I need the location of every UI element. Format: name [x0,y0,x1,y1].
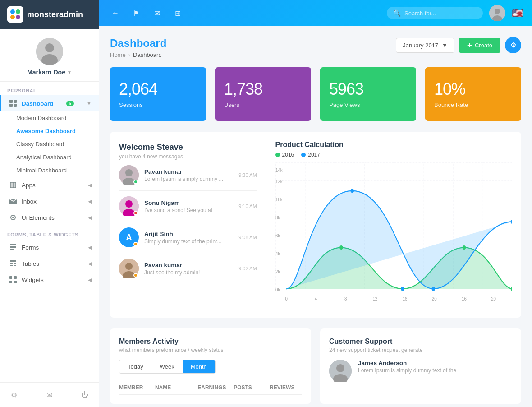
members-activity-title: Members Activity [119,338,302,346]
message-item[interactable]: Pavan kumar Lorem Ipsum is simply dummy … [119,160,257,191]
svg-point-1 [16,9,20,14]
sidebar-item-inbox[interactable]: Inbox ◀ [0,193,99,209]
svg-rect-27 [14,263,16,264]
tables-icon [9,259,17,268]
flag-icon[interactable]: ⚑ [129,6,143,20]
search-input[interactable] [404,10,477,17]
sidebar-item-forms[interactable]: Forms ◀ [0,239,99,255]
grid-icon[interactable]: ⊞ [170,6,185,20]
plus-icon: ✚ [467,42,472,49]
dashboard-icon [9,99,17,107]
mail-icon[interactable]: ✉ [43,388,56,402]
bottom-section: Members Activity what members preformanc… [110,328,521,404]
message-item[interactable]: Pavan kumar Just see the my admin! 9:02 … [119,253,257,284]
sidebar-item-label: Forms [22,244,39,251]
svg-point-61 [431,287,435,291]
support-contact-name: James Anderson [358,360,512,366]
gear-icon: ⚙ [510,41,516,49]
mail-icon[interactable]: ✉ [150,6,164,20]
sidebar-item-tables[interactable]: Tables ◀ [0,255,99,272]
svg-rect-9 [9,104,13,107]
messages-subtitle: you have 4 new messages [119,153,257,160]
message-text: Lorem Ipsum is simply dummy ... [144,176,233,182]
power-icon[interactable]: ⏻ [78,388,92,402]
support-contact-text: Lorem Ipsum is simply dummy text of the [358,367,457,374]
svg-point-12 [12,182,14,184]
svg-text:0: 0 [285,296,288,302]
stat-label: Sessions [119,102,197,108]
middle-section: Welcome Steave you have 4 new messages P… [110,132,521,318]
svg-text:4: 4 [314,296,317,302]
col-member: Member [119,384,151,391]
settings-button[interactable]: ⚙ [505,37,521,53]
status-dot [133,211,138,215]
sidebar-bottom: ⚙ ✉ ⏻ [0,382,99,407]
svg-point-16 [14,184,16,186]
sidebar-item-minimal-dashboard[interactable]: Minimal Dashboard [0,164,99,177]
chart-legend: 2016 2017 [275,152,512,158]
search-box[interactable]: 🔍 [387,7,483,19]
message-time: 9:08 AM [238,235,257,240]
message-item[interactable]: A Arijit Sinh Simply dummy text of the p… [119,222,257,253]
svg-point-44 [125,263,133,270]
sidebar-item-awesome-dashboard[interactable]: Awesome Dashboard [0,125,99,138]
sidebar-item-analytical-dashboard[interactable]: Analytical Dashboard [0,151,99,164]
main-area: ← ⚑ ✉ ⊞ 🔍 🇺🇸 Dashboard Home › [99,0,532,407]
logo-icon [7,6,23,23]
create-button[interactable]: ✚ Create [459,38,500,53]
messages-panel: Welcome Steave you have 4 new messages P… [110,132,266,318]
svg-point-3 [16,15,20,19]
col-earnings: Earnings [197,384,230,391]
svg-point-35 [495,9,500,14]
sidebar-item-dashboard[interactable]: Dashboard 5 ▼ [0,95,99,111]
breadcrumb-home[interactable]: Home [110,51,126,58]
status-dot [133,273,138,278]
svg-rect-26 [10,263,13,264]
message-time: 9:02 AM [238,266,257,271]
stat-card-sessions: 2,064 Sessions [110,67,206,121]
svg-rect-33 [14,281,17,283]
back-icon[interactable]: ← [108,6,123,20]
page-title: Dashboard [110,37,166,50]
breadcrumb-separator: › [128,51,130,58]
settings-icon[interactable]: ⚙ [7,388,21,402]
sidebar-item-widgets[interactable]: Widgets ◀ [0,272,99,288]
tab-month[interactable]: Month [183,360,215,373]
svg-text:0k: 0k [275,287,280,292]
sidebar-item-modern-dashboard[interactable]: Modern Dashboard [0,111,99,125]
sidebar-username[interactable]: Markarn Doe ▼ [27,69,72,76]
chevron-icon: ◀ [88,261,92,267]
tab-today[interactable]: Today [119,360,151,373]
svg-point-21 [12,217,14,218]
chart-svg: 0k 2k 4k 6k 8k 10k 12k 14k [275,162,512,307]
svg-rect-7 [9,100,13,103]
table-header: Member Name Earnings Posts Reviews [119,381,302,395]
message-name: Pavan kumar [144,262,233,268]
date-dropdown[interactable]: January 2017 ▼ [396,38,454,53]
support-item[interactable]: James Anderson Lorem Ipsum is simply dum… [329,360,512,382]
message-item[interactable]: Sonu Nigam I've sung a song! See you at … [119,191,257,222]
tab-week[interactable]: Week [151,360,183,373]
svg-point-57 [462,245,466,250]
message-text: I've sung a song! See you at [144,207,233,213]
svg-point-0 [10,9,15,14]
sidebar-item-classy-dashboard[interactable]: Classy Dashboard [0,138,99,151]
topbar: ← ⚑ ✉ ⊞ 🔍 🇺🇸 [99,0,532,26]
svg-rect-25 [10,260,16,262]
support-avatar [329,360,352,382]
svg-rect-8 [14,100,17,103]
sidebar-item-apps[interactable]: Apps ◀ [0,177,99,193]
message-text: Just see the my admin! [144,269,233,276]
caret-icon: ▼ [67,70,72,75]
legend-dot-blue [301,153,306,157]
svg-point-72 [336,364,344,372]
flag-us-icon[interactable]: 🇺🇸 [512,8,523,18]
breadcrumb: Home › Dashboard [110,51,166,58]
svg-point-59 [350,189,354,193]
svg-point-19 [14,186,16,188]
members-activity-subtitle: what members preformance / weekly status [119,347,302,353]
header-actions: January 2017 ▼ ✚ Create ⚙ [396,37,521,53]
stat-value: 5963 [329,80,407,99]
user-avatar[interactable] [489,5,505,21]
sidebar-item-ui-elements[interactable]: Ui Elements ◀ [0,209,99,226]
